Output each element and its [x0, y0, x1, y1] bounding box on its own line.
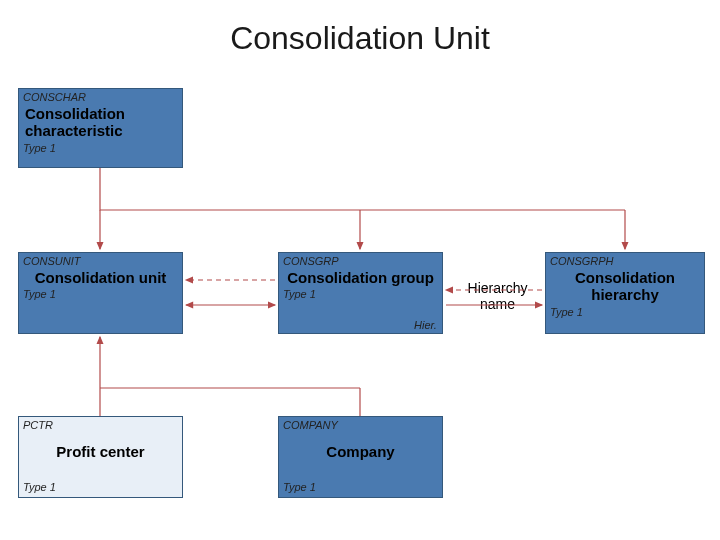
node-company-label: Company — [279, 431, 442, 462]
node-pctr-label: Profit center — [19, 431, 182, 462]
annotation-hier: Hier. — [414, 319, 437, 331]
node-consunit: CONSUNIT Consolidation unit Type 1 — [18, 252, 183, 334]
node-company-type: Type 1 — [279, 481, 320, 495]
node-consgrph-type: Type 1 — [546, 306, 704, 320]
node-consgrph: CONSGRPH Consolidation hierarchy Type 1 — [545, 252, 705, 334]
node-conschar-code: CONSCHAR — [19, 89, 182, 103]
node-consunit-label: Consolidation unit — [19, 267, 182, 288]
node-conschar-label: Consolidation characteristic — [19, 103, 182, 142]
page-title: Consolidation Unit — [0, 20, 720, 57]
node-consgrp-type: Type 1 — [279, 288, 442, 302]
node-company-code: COMPANY — [279, 417, 442, 431]
node-consgrp-code: CONSGRP — [279, 253, 442, 267]
node-company: COMPANY Company Type 1 — [278, 416, 443, 498]
node-conschar-type: Type 1 — [19, 142, 182, 156]
annotation-hierarchy-name: Hierarchy name — [455, 280, 540, 312]
node-consgrph-label: Consolidation hierarchy — [546, 267, 704, 306]
node-consunit-code: CONSUNIT — [19, 253, 182, 267]
node-conschar: CONSCHAR Consolidation characteristic Ty… — [18, 88, 183, 168]
node-consunit-type: Type 1 — [19, 288, 182, 302]
node-pctr-code: PCTR — [19, 417, 182, 431]
node-consgrp-label: Consolidation group — [279, 267, 442, 288]
node-consgrph-code: CONSGRPH — [546, 253, 704, 267]
node-pctr: PCTR Profit center Type 1 — [18, 416, 183, 498]
node-pctr-type: Type 1 — [19, 481, 60, 495]
